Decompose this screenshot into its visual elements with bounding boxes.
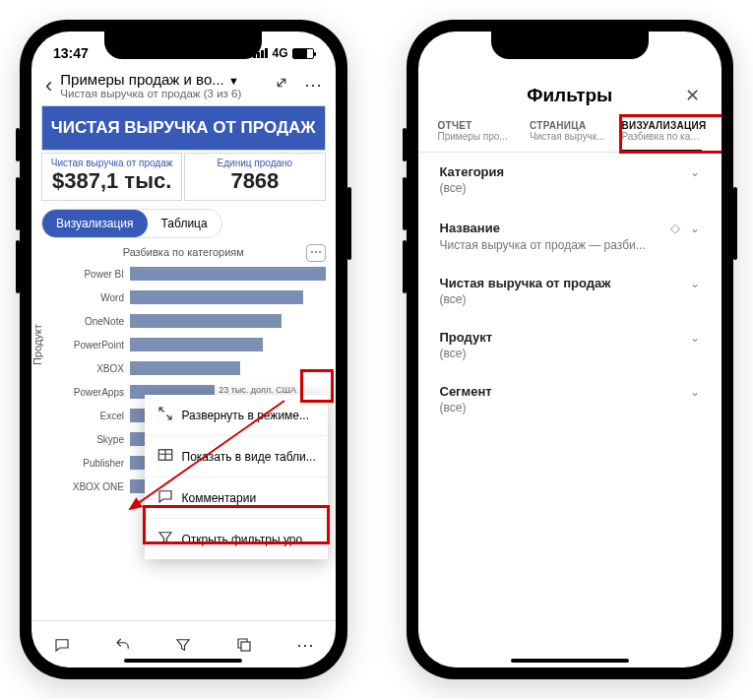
menu-expand[interactable]: Развернуть в режиме...: [145, 395, 328, 436]
filter-name-label: Название: [440, 221, 500, 235]
home-indicator: [511, 659, 629, 663]
tab-page[interactable]: СТРАНИЦА Чистая выручк...: [530, 120, 610, 152]
bar-fill: [130, 361, 240, 375]
eraser-icon[interactable]: ◇: [670, 221, 680, 235]
filter-category-label: Категория: [440, 164, 505, 179]
filter-product[interactable]: Продукт⌄ (все): [418, 318, 722, 372]
phone-left: 13:47 4G ‹ Примеры продаж и во... ▼ Чист…: [20, 20, 347, 679]
svg-rect-2: [241, 642, 250, 651]
tab-visualization-sub: Разбивка по катег...: [622, 131, 703, 142]
overflow-icon[interactable]: ⋯: [294, 634, 316, 656]
filter-revenue-value: (все): [440, 292, 701, 306]
bar-fill: [130, 290, 303, 304]
view-toggle: Визуализация Таблица: [41, 209, 222, 238]
comment-icon: [157, 487, 172, 508]
filter-revenue[interactable]: Чистая выручка от продаж⌄ (все): [418, 264, 722, 318]
bar-value-label: 23 тыс. долл. США: [219, 385, 296, 395]
table-icon: [157, 446, 172, 467]
bar-category: OneNote: [59, 316, 130, 327]
filter-segment[interactable]: Сегмент⌄ (все): [418, 372, 722, 426]
filters-title: Фильтры: [527, 85, 612, 106]
kpi-revenue: Чистая выручка от продаж $387,1 тыс.: [41, 153, 182, 201]
bar-row: OneNote: [59, 309, 326, 333]
tab-visualization-label: ВИЗУАЛИЗАЦИЯ: [622, 120, 703, 131]
notch: [491, 32, 649, 59]
kpi-revenue-value: $387,1 тыс.: [50, 168, 173, 194]
kpi-units-value: 7868: [193, 168, 316, 194]
menu-open-filters-label: Открыть фильтры уро...: [182, 533, 313, 546]
notch: [104, 32, 262, 59]
status-time: 13:47: [53, 45, 89, 61]
chart-more-button[interactable]: ⋯: [306, 244, 326, 262]
funnel-icon: [157, 529, 172, 549]
nav-bar: ‹ Примеры продаж и во... ▼ Чистая выручк…: [31, 67, 336, 105]
bar-category: Skype: [59, 434, 130, 445]
kpi-revenue-label: Чистая выручка от продаж: [50, 158, 173, 168]
back-icon[interactable]: ‹: [45, 73, 52, 98]
filter-segment-label: Сегмент: [440, 384, 492, 399]
context-menu: Развернуть в режиме... Показать в виде т…: [145, 395, 328, 559]
bar-category: PowerPoint: [59, 340, 130, 350]
chevron-down-icon: ⌄: [690, 222, 700, 235]
more-icon[interactable]: ⋯: [304, 74, 322, 96]
menu-comments[interactable]: Комментарии: [145, 477, 328, 519]
tab-report[interactable]: ОТЧЕТ Примеры про...: [438, 120, 519, 152]
bar-row: XBOX: [59, 356, 326, 380]
chart-title: Разбивка по категориям: [123, 246, 244, 258]
tab-table[interactable]: Таблица: [148, 210, 221, 237]
menu-comments-label: Комментарии: [182, 491, 257, 505]
filter-product-label: Продукт: [440, 330, 493, 345]
menu-show-table[interactable]: Показать в виде табли...: [145, 436, 328, 477]
menu-show-table-label: Показать в виде табли...: [182, 450, 316, 464]
filter-name[interactable]: Название◇⌄ Чистая выручка от продаж — ра…: [418, 207, 722, 264]
bar-fill: [130, 314, 282, 328]
bar-row: Power BI: [59, 262, 326, 286]
close-icon[interactable]: ✕: [685, 85, 700, 106]
page-subtitle: Чистая выручка от продаж (3 из 6): [60, 88, 264, 99]
phone-right: Фильтры ✕ ОТЧЕТ Примеры про... СТРАНИЦА …: [407, 20, 734, 679]
filter-category[interactable]: Категория⌄ (все): [418, 153, 722, 207]
filter-category-value: (все): [440, 181, 701, 195]
page-title[interactable]: Примеры продаж и во...: [60, 71, 223, 88]
bar-fill: [130, 267, 326, 281]
bar-row: PowerPoint: [59, 333, 326, 356]
tab-page-sub: Чистая выручк...: [530, 131, 610, 142]
filter-name-value: Чистая выручка от продаж — разби...: [440, 238, 701, 252]
bar-category: Excel: [59, 411, 130, 421]
menu-open-filters[interactable]: Открыть фильтры уро...: [145, 519, 328, 559]
kpi-units: Единиц продано 7868: [184, 153, 325, 201]
filter-revenue-label: Чистая выручка от продаж: [440, 276, 611, 290]
tab-visualization[interactable]: ВИЗУАЛИЗАЦИЯ Разбивка по катег...: [622, 120, 703, 152]
filter-segment-value: (все): [440, 401, 701, 414]
filter-product-value: (все): [440, 347, 701, 360]
chevron-down-icon: ⌄: [690, 331, 700, 345]
home-indicator: [124, 659, 242, 663]
tab-page-label: СТРАНИЦА: [530, 120, 610, 131]
network-label: 4G: [272, 46, 287, 60]
bar-category: Word: [59, 292, 130, 303]
bar-category: XBOX ONE: [59, 481, 130, 492]
chat-icon[interactable]: [51, 634, 73, 656]
chevron-down-icon: ⌄: [690, 385, 700, 399]
chevron-down-icon[interactable]: ▼: [228, 75, 239, 87]
copy-icon[interactable]: [233, 634, 255, 656]
tab-visualization[interactable]: Визуализация: [42, 210, 148, 237]
bar-category: XBOX: [59, 363, 130, 374]
tab-report-sub: Примеры про...: [438, 131, 519, 142]
banner-title: ЧИСТАЯ ВЫРУЧКА ОТ ПРОДАЖ: [41, 105, 326, 151]
chevron-down-icon: ⌄: [690, 277, 700, 290]
kpi-units-label: Единиц продано: [193, 158, 316, 168]
fullscreen-icon: [157, 405, 172, 425]
menu-expand-label: Развернуть в режиме...: [182, 409, 310, 422]
y-axis-label: Продукт: [31, 324, 43, 365]
bar-fill: [130, 338, 263, 351]
filter-icon[interactable]: [172, 634, 194, 656]
bar-category: Publisher: [59, 458, 130, 469]
expand-icon[interactable]: [273, 74, 290, 96]
battery-icon: [292, 48, 314, 59]
bar-row: Word: [59, 286, 326, 309]
bar-category: PowerApps: [59, 387, 130, 398]
chevron-down-icon: ⌄: [690, 165, 700, 179]
tab-report-label: ОТЧЕТ: [438, 120, 519, 131]
undo-icon[interactable]: [112, 634, 134, 656]
